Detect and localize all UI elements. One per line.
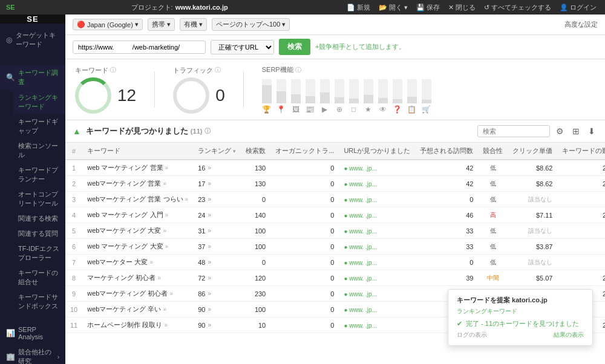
rank-value: 90 » bbox=[198, 322, 236, 329]
cell-keyword[interactable]: web マーケティング 大変 » bbox=[82, 239, 193, 255]
toast-log-link[interactable]: ログの表示 bbox=[457, 331, 487, 339]
col-header-rank[interactable]: ランキング ▾ bbox=[193, 143, 241, 160]
cell-traffic: 39 bbox=[415, 270, 478, 286]
sidebar-item-kw-gap[interactable]: キーワードギャップ bbox=[13, 114, 65, 138]
advanced-settings-button[interactable]: 高度な設定 bbox=[564, 20, 598, 29]
open-button[interactable]: 📂 開く ▾ bbox=[376, 2, 410, 13]
cell-rank: 24 » bbox=[193, 207, 241, 223]
new-button[interactable]: 📄 新規 bbox=[344, 2, 373, 13]
url-link[interactable]: ● www. .jp... bbox=[344, 165, 376, 172]
toast-result-link[interactable]: 結果の表示 bbox=[554, 331, 584, 339]
cell-keyword[interactable]: webマーケティング 初心者 » bbox=[82, 286, 193, 302]
toast-subtitle[interactable]: ランキングキーワード bbox=[457, 307, 584, 316]
cell-url[interactable]: ● www. .jp... bbox=[339, 160, 415, 176]
col-header-organic[interactable]: オーガニックトラ... bbox=[270, 143, 339, 160]
serp-icon-10: ❓ bbox=[393, 79, 402, 114]
col-header-cpc[interactable]: クリック単価 bbox=[508, 143, 557, 160]
keyword-info-icon[interactable]: ⓘ bbox=[110, 66, 116, 74]
cell-url[interactable]: ● www. .jp... bbox=[339, 270, 415, 286]
rank-arrows: » bbox=[208, 259, 211, 265]
check-all-button[interactable]: ↺ すべてチェックする bbox=[482, 2, 554, 13]
device-selector[interactable]: 携帯 ▾ bbox=[148, 18, 175, 31]
cell-url[interactable]: ● www. .jp... bbox=[339, 192, 415, 207]
url-input[interactable] bbox=[73, 41, 206, 54]
url-link[interactable]: ● www. .jp... bbox=[344, 212, 376, 219]
cell-keyword[interactable]: webマーケター 大変 » bbox=[82, 255, 193, 270]
cell-url[interactable]: ● www. .jp... bbox=[339, 223, 415, 239]
filter-button[interactable]: ⚙ bbox=[554, 125, 566, 137]
sidebar-item-kw-planner[interactable]: キーワードプランナー bbox=[13, 163, 65, 187]
sidebar-item-search-console[interactable]: 検索コンソール bbox=[13, 138, 65, 163]
sidebar-item-target-keyword[interactable]: ◎ ターゲットキーワード bbox=[0, 27, 65, 53]
col-header-traffic[interactable]: 予想される訪問数 bbox=[415, 143, 478, 160]
url-type-select[interactable]: 正確ですURL bbox=[211, 40, 274, 54]
keyword-circle bbox=[75, 77, 111, 114]
cell-url[interactable]: ● www. .jp... bbox=[339, 302, 415, 317]
metric-divider-1 bbox=[154, 71, 155, 108]
cell-keyword[interactable]: マーケティング 初心者 » bbox=[82, 270, 193, 286]
close-button[interactable]: ✕ 閉じる bbox=[446, 2, 478, 13]
rank-arrows: » bbox=[208, 290, 211, 297]
view-toggle-button[interactable]: ⊞ bbox=[570, 125, 582, 137]
cell-keyword[interactable]: web マーケティング 入門 » bbox=[82, 207, 193, 223]
cell-url[interactable]: ● www. .jp... bbox=[339, 239, 415, 255]
cell-keyword[interactable]: webマーケティング 大変 » bbox=[82, 223, 193, 239]
save-button[interactable]: 💾 保存 bbox=[414, 2, 442, 13]
col-header-url[interactable]: URLが見つかりました bbox=[339, 143, 415, 160]
competitor-link[interactable]: +競争相手として追加します。 bbox=[315, 42, 405, 51]
cell-keyword[interactable]: webマーケティング 営業 » bbox=[82, 176, 193, 192]
url-link[interactable]: ● www. .jp... bbox=[344, 291, 376, 297]
cell-keyword[interactable]: webマーケティング 営業 つらい » bbox=[82, 192, 193, 207]
cell-keyword[interactable]: webマーケティング 辛い » bbox=[82, 302, 193, 317]
cell-keyword[interactable]: ホームページ制作 段取り » bbox=[82, 317, 193, 333]
project-url: www.katori.co.jp bbox=[175, 4, 228, 11]
sidebar-item-ranking-kw[interactable]: ランキングキーワード bbox=[13, 90, 65, 114]
cell-url[interactable]: ● www. .jp... bbox=[339, 255, 415, 270]
col-header-diff[interactable]: キーワードの難易度 bbox=[557, 143, 605, 160]
url-link[interactable]: ● www. .jp... bbox=[344, 181, 376, 187]
sidebar-item-autocomplete[interactable]: オートコンプリートツール bbox=[13, 187, 65, 211]
url-link[interactable]: ● www. .jp... bbox=[344, 322, 376, 329]
collapse-icon[interactable]: ▲ bbox=[73, 126, 81, 136]
export-button[interactable]: ⬇ bbox=[586, 125, 598, 137]
intent-badge: 低 bbox=[490, 227, 496, 234]
serp-metric: SERP機能 ⓘ 🏆 📍 🖼 📰 ▶ ⊕ □ ★ 👁 ❓ 📋 🛒 bbox=[262, 65, 431, 114]
url-link[interactable]: ● www. .jp... bbox=[344, 275, 376, 282]
login-button[interactable]: 👤 ログイン bbox=[557, 2, 599, 13]
table-info-icon[interactable]: ⓘ bbox=[204, 127, 211, 135]
cell-rank: 23 » bbox=[193, 192, 241, 207]
col-header-intent[interactable]: 競合性 bbox=[478, 143, 508, 160]
sidebar-item-keyword-research[interactable]: 🔍 キーワード調査 bbox=[0, 65, 65, 90]
url-link[interactable]: ● www. .jp... bbox=[344, 228, 376, 235]
table-search-input[interactable] bbox=[477, 125, 550, 137]
cell-url[interactable]: ● www. .jp... bbox=[339, 176, 415, 192]
kw-arrows: » bbox=[163, 227, 167, 234]
cell-url[interactable]: ● www. .jp... bbox=[339, 207, 415, 223]
url-link[interactable]: ● www. .jp... bbox=[344, 259, 376, 266]
traffic-info-icon[interactable]: ⓘ bbox=[215, 66, 221, 74]
url-link[interactable]: ● www. .jp... bbox=[344, 244, 376, 250]
url-link[interactable]: ● www. .jp... bbox=[344, 197, 376, 203]
toast-success: ✔ 完了 - 11のキーワードを見つけました bbox=[457, 319, 584, 328]
cell-keyword[interactable]: web マーケティング 営業 » bbox=[82, 160, 193, 176]
tf-idf-label: TF-IDFエクスプローラー bbox=[18, 244, 60, 262]
region-selector[interactable]: 🔴 Japan (Google) ▾ bbox=[73, 19, 143, 30]
sidebar-item-related-search[interactable]: 関連する検索 bbox=[13, 211, 65, 226]
device-label: 携帯 bbox=[152, 21, 165, 28]
page-filter-selector[interactable]: ページのトップへ100 ▾ bbox=[212, 18, 290, 31]
url-link[interactable]: ● www. .jp... bbox=[344, 307, 376, 313]
sidebar-item-kw-sandbox[interactable]: キーワードサンドボックス bbox=[13, 290, 65, 314]
serp-info-icon[interactable]: ⓘ bbox=[295, 66, 301, 74]
sidebar-item-serp[interactable]: 📊 SERP Analysis bbox=[0, 322, 65, 344]
cell-url[interactable]: ● www. .jp... bbox=[339, 317, 415, 333]
sidebar-item-tf-idf[interactable]: TF-IDFエクスプローラー bbox=[13, 241, 65, 265]
sidebar-item-related-questions[interactable]: 関連する質問 bbox=[13, 226, 65, 241]
search-button[interactable]: 検索 bbox=[279, 39, 310, 55]
col-header-vol[interactable]: 検索数 bbox=[241, 143, 270, 160]
col-header-keyword[interactable]: キーワード bbox=[82, 143, 193, 160]
filter-selector[interactable]: 有機 ▾ bbox=[180, 18, 207, 31]
sidebar-item-competitors[interactable]: 🏢 競合他社の研究 › bbox=[0, 344, 65, 364]
traffic-circle bbox=[173, 77, 209, 114]
sidebar-item-kw-combo[interactable]: キーワードの組合せ bbox=[13, 265, 65, 290]
cell-url[interactable]: ● www. .jp... bbox=[339, 286, 415, 302]
